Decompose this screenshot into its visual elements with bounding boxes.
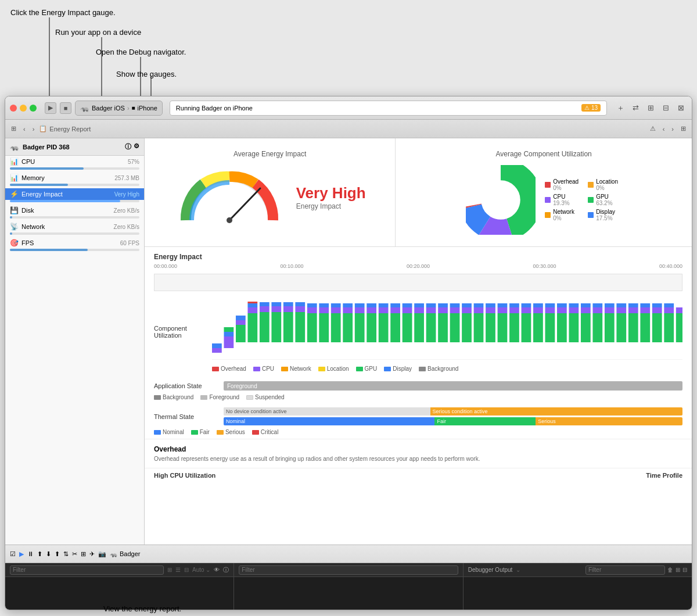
layout-btn3[interactable]: ⊠ (674, 102, 687, 114)
filter-input-mid[interactable] (239, 565, 458, 575)
svg-rect-84 (498, 303, 508, 307)
layout-btn1[interactable]: ⊞ (644, 102, 657, 114)
t2-tiles[interactable]: ⊞ (678, 124, 688, 134)
stop-button[interactable]: ■ (60, 102, 71, 114)
svg-rect-22 (260, 312, 270, 342)
add-button[interactable]: ＋ (614, 102, 627, 114)
sidebar-item-network[interactable]: 📡 Network Zero KB/s (5, 221, 144, 232)
svg-rect-54 (379, 303, 389, 307)
debug-app-name[interactable]: 🦡 Badger (110, 550, 140, 558)
annotation-4: Show the gauges. (116, 70, 177, 78)
svg-rect-122 (652, 307, 662, 313)
svg-rect-101 (569, 307, 579, 313)
sidebar-item-disk[interactable]: 💾 Disk Zero KB/s (5, 205, 144, 216)
pie-section: Overhead 0% Location 0% (466, 165, 621, 235)
back-forward[interactable]: ⇄ (629, 102, 642, 114)
debug-icon-list[interactable]: ☰ (175, 567, 181, 573)
debug-icon-grid[interactable]: ⊞ (167, 567, 172, 573)
svg-rect-59 (403, 307, 412, 313)
debug-layout-icon2[interactable]: ⊟ (682, 567, 687, 573)
debug-btn-1[interactable]: ☑ (10, 550, 16, 558)
sidebar-info[interactable]: ⓘ (125, 142, 131, 151)
legend-background-bar: Background (419, 366, 458, 372)
svg-point-9 (470, 170, 531, 231)
svg-rect-116 (628, 307, 638, 313)
debug-btn-9[interactable]: ✈ (89, 550, 95, 558)
debug-trash-icon[interactable]: 🗑 (667, 567, 673, 573)
t2-warn[interactable]: ⚠ (648, 124, 658, 134)
svg-rect-75 (462, 303, 472, 307)
component-chart-section: ComponentUtilization (145, 302, 692, 378)
debug-eye-icon[interactable]: 👁 (214, 567, 220, 573)
t2-nav-next[interactable]: › (669, 124, 676, 134)
titlebar: ▶ ■ 🦡 Badger iOS › ■ iPhone Running Badg… (5, 96, 692, 120)
t2-nav-prev[interactable]: ‹ (660, 124, 667, 134)
legend-overhead: Overhead 0% (545, 178, 579, 191)
debug-btn-8[interactable]: ⊞ (81, 550, 86, 558)
debug-btn-camera[interactable]: 📷 (98, 550, 106, 558)
energy-chart-section: Energy Impact 00:00.000 00:10.000 00:20.… (145, 247, 692, 302)
svg-rect-88 (522, 313, 531, 342)
svg-rect-115 (628, 313, 638, 342)
svg-rect-87 (509, 303, 519, 307)
sidebar-item-cpu[interactable]: 📊 CPU 57% (5, 156, 144, 167)
svg-rect-82 (498, 313, 508, 342)
energy-bar (10, 200, 139, 202)
minimize-button[interactable] (20, 105, 27, 112)
debug-info-icon[interactable]: ⓘ (223, 566, 229, 574)
debug-btn-4[interactable]: ⬇ (46, 550, 51, 558)
debug-sort-icon[interactable]: ⌄ (516, 567, 520, 573)
svg-rect-61 (414, 313, 424, 342)
t2-back[interactable]: ‹ (21, 124, 28, 134)
sidebar-item-fps[interactable]: 🎯 FPS 60 FPS (5, 237, 144, 249)
debug-btn-5[interactable]: ⬆ (55, 550, 60, 558)
svg-rect-125 (664, 307, 674, 313)
layout-btn2[interactable]: ⊟ (659, 102, 672, 114)
svg-rect-66 (426, 303, 436, 307)
main-area: 🦡 Badger PID 368 ⓘ ⚙ 📊 CPU 57% 📊 Memory … (5, 138, 692, 610)
sidebar-header: 🦡 Badger PID 368 ⓘ ⚙ (5, 138, 144, 156)
filter-input-left[interactable] (10, 565, 164, 575)
legend-overhead-bar: Overhead (212, 366, 246, 372)
svg-rect-13 (224, 332, 233, 336)
close-button[interactable] (10, 105, 17, 112)
t2-forward[interactable]: › (30, 124, 37, 134)
svg-rect-103 (581, 313, 591, 342)
svg-rect-93 (533, 303, 543, 307)
debug-btn-7[interactable]: ✂ (72, 550, 77, 558)
scheme-selector[interactable]: 🦡 Badger iOS › ■ iPhone (75, 101, 163, 116)
auto-label: Auto ⌄ (192, 567, 210, 573)
svg-rect-92 (533, 307, 543, 313)
svg-rect-44 (343, 307, 353, 313)
legend-background-state: Background (154, 394, 193, 400)
sidebar-settings[interactable]: ⚙ (134, 142, 139, 151)
t2-grid[interactable]: ⊞ (9, 124, 19, 134)
sidebar-item-memory[interactable]: 📊 Memory 257.3 MB (5, 172, 144, 184)
debug-btn-play[interactable]: ▶ (19, 550, 24, 558)
debug-icon-square[interactable]: ⊟ (184, 567, 189, 573)
svg-rect-60 (403, 303, 412, 307)
filter-input-right[interactable] (585, 565, 665, 575)
debug-btn-3[interactable]: ⬆ (37, 550, 42, 558)
svg-point-5 (227, 217, 232, 223)
debug-right-pane: Debugger Output ⌄ 🗑 ⊞ ⊟ (464, 563, 692, 610)
svg-rect-18 (247, 313, 257, 342)
energy-icon: ⚡ (10, 190, 18, 198)
svg-rect-55 (390, 313, 400, 342)
play-button[interactable]: ▶ (45, 102, 56, 114)
svg-rect-37 (319, 313, 329, 342)
maximize-button[interactable] (30, 105, 37, 112)
sidebar-item-energy[interactable]: ⚡ Energy Impact Very High (5, 188, 144, 200)
debug-layout-icon1[interactable]: ⊞ (676, 567, 680, 573)
overhead-section: Overhead Overhead represents energy use … (145, 439, 692, 468)
high-cpu-label: High CPU Utilization (154, 472, 215, 479)
svg-rect-43 (343, 313, 353, 342)
debug-btn-pause[interactable]: ⏸ (27, 550, 34, 557)
run-info-bar: Running Badger on iPhone ⚠ 13 (170, 101, 607, 116)
svg-rect-118 (640, 313, 650, 342)
debug-btn-6[interactable]: ⇅ (63, 550, 69, 558)
svg-rect-65 (426, 307, 436, 313)
thermal-legend: Nominal Fair Serious Critical (154, 429, 682, 435)
svg-rect-52 (379, 313, 389, 342)
svg-rect-24 (260, 302, 270, 306)
